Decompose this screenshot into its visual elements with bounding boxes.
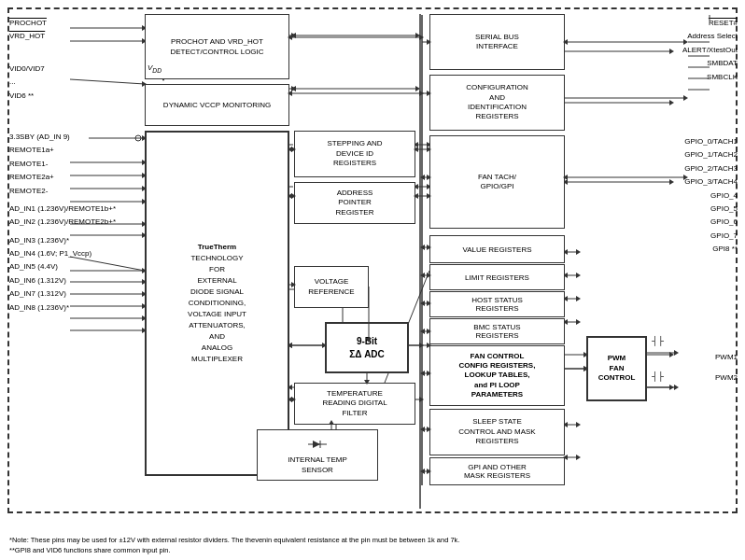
pwm-fan-block: PWMFANCONTROL (586, 336, 647, 401)
right-pins-gpio: GPIO_0/TACH1 GPIO_1/TACH2 GPIO_2/TACH3 G… (684, 135, 738, 257)
temp-filter-label: TEMPERATUREREADING DIGITALFILTER (322, 389, 387, 418)
adc-block: 9-BitΣΔ ADC (325, 322, 409, 373)
fan-control-block: FAN CONTROLCONFIG REGISTERS,LOOKUP TABLE… (429, 345, 565, 406)
pin-adin4: AD_IN4 (1.6V; P1_Vccp) (9, 247, 116, 260)
pin-remote1m: REMOTE1- (9, 158, 116, 171)
pin-adin2: AD_IN2 (1.236V)/REMOTE2b+* (9, 216, 116, 229)
fan-control-label: FAN CONTROLCONFIG REGISTERS,LOOKUP TABLE… (459, 352, 536, 400)
fan-tach-label: FAN TACH/GPIO/GPI (478, 173, 516, 192)
truetherm-label: TrueTherm TECHNOLOGYFOREXTERNALDIODE SIG… (188, 242, 246, 365)
pin-vid0: VID0/VID7 (9, 63, 116, 76)
pin-gpio7: GPIO_7 (684, 230, 738, 243)
stepping-device-label: STEPPING ANDDEVICE IDREGISTERS (327, 139, 382, 168)
adc-label: 9-BitΣΔ ADC (349, 335, 385, 361)
pin-gpio6: GPIO_6 (684, 216, 738, 229)
pin-remote1a: REMOTE1a+ (9, 144, 116, 157)
value-registers-label: VALUE REGISTERS (462, 245, 531, 254)
pin-spacer1 (9, 44, 116, 63)
sleep-state-block: SLEEP STATECONTROL AND MASKREGISTERS (429, 409, 565, 455)
pin-33sby: 3.3SBY (AD_IN 9) (9, 131, 116, 144)
left-pins: PROCHOT VRD_HOT VID0/VID7 ... VID6 ** 3.… (9, 17, 116, 315)
config-id-block: CONFIGURATIONANDIDENTIFICATIONREGISTERS (429, 75, 565, 131)
footnote-2: **GPI8 and VID6 functions share common i… (9, 546, 736, 556)
pin-adin3: AD_IN3 (1.236V)* (9, 234, 116, 247)
main-truetherm-block: TrueTherm TECHNOLOGYFOREXTERNALDIODE SIG… (145, 131, 289, 476)
pin-adin5: AD_IN5 (4.4V) (9, 260, 116, 273)
pin-remote2a: REMOTE2a+ (9, 171, 116, 184)
fan-tach-block: FAN TACH/GPIO/GPI (429, 135, 565, 229)
config-id-label: CONFIGURATIONANDIDENTIFICATIONREGISTERS (466, 83, 528, 122)
bmc-status-block: BMC STATUSREGISTERS (429, 318, 565, 344)
pin-pwm2: PWM2 (715, 368, 738, 388)
prochot-vrd-label: PROCHOT AND VRD_HOT DETECT/CONTROL LOGIC (146, 36, 288, 57)
host-status-label: HOST STATUSREGISTERS (471, 296, 523, 313)
pin-vid6: VID6 ** (9, 90, 116, 103)
dynamic-vccp-label: DYNAMIC VCCP MONITORING (163, 100, 271, 110)
address-pointer-label: ADDRESSPOINTERREGISTER (336, 189, 374, 217)
pin-smbdat: SMBDAT (682, 57, 738, 70)
internal-temp-block: INTERNAL TEMPSENSOR (257, 429, 378, 481)
pin-adin8: AD_IN8 (1.236V)* (9, 301, 116, 315)
stepping-device-block: STEPPING ANDDEVICE IDREGISTERS (294, 131, 415, 177)
serial-bus-label: SERIAL BUSINTERFACE (475, 33, 519, 52)
pin-remote2m: REMOTE2- (9, 185, 116, 198)
pin-spacer2 (9, 103, 116, 131)
right-pins-pwm: PWM1 PWM2 (715, 347, 738, 389)
pin-gpio4: GPIO_4 (684, 189, 738, 203)
serial-bus-block: SERIAL BUSINTERFACE (429, 14, 565, 70)
vdd-label: VDD (148, 63, 162, 74)
pin-gpio2: GPIO_2/TACH3 (684, 162, 738, 175)
pin-gpio1: GPIO_1/TACH2 (684, 148, 738, 161)
svg-marker-111 (313, 441, 320, 448)
prochot-vrd-block: PROCHOT AND VRD_HOT DETECT/CONTROL LOGIC (145, 14, 289, 79)
voltage-ref-block: VOLTAGEREFERENCE (294, 266, 369, 308)
pin-dots: ... (9, 76, 116, 89)
pin-gpi8: GPI8 ** (684, 243, 738, 256)
pin-adin1: AD_IN1 (1.236V)/REMOTE1b+* (9, 203, 116, 216)
gpi-mask-block: GPI AND OTHERMASK REGISTERS (429, 457, 565, 485)
pin-gpio0: GPIO_0/TACH1 (684, 135, 738, 148)
pin-vrd-hot: VRD_HOT (9, 30, 116, 43)
pin-reset: RESET# (682, 17, 738, 30)
right-pins-top: RESET# Address Select ALERT/XtestOut SMB… (682, 17, 738, 84)
sleep-state-label: SLEEP STATECONTROL AND MASKREGISTERS (458, 417, 535, 446)
limit-registers-block: LIMIT REGISTERS (429, 264, 565, 290)
pwm-fan-label: PWMFANCONTROL (598, 354, 636, 383)
footnotes: *Note: These pins may be used for ±12V w… (9, 536, 736, 555)
voltage-ref-label: VOLTAGEREFERENCE (308, 277, 354, 297)
pin-addr-select: Address Select (682, 30, 738, 43)
limit-registers-label: LIMIT REGISTERS (465, 273, 529, 282)
pin-prochot: PROCHOT (9, 17, 116, 30)
gpi-mask-label: GPI AND OTHERMASK REGISTERS (464, 463, 530, 480)
pwm2-symbol: ┤├ (652, 371, 664, 381)
value-registers-block: VALUE REGISTERS (429, 235, 565, 263)
pin-gpio3: GPIO_3/TACH4 (684, 175, 738, 189)
pin-gpio5: GPIO_5 (684, 203, 738, 216)
pin-adin7: AD_IN7 (1.312V) (9, 287, 116, 301)
pin-alert: ALERT/XtestOut (682, 44, 738, 57)
address-pointer-block: ADDRESSPOINTERREGISTER (294, 182, 415, 224)
host-status-block: HOST STATUSREGISTERS (429, 291, 565, 317)
dynamic-vccp-block: DYNAMIC VCCP MONITORING (145, 84, 289, 126)
diagram-container: PROCHOT VRD_HOT VID0/VID7 ... VID6 ** 3.… (0, 0, 745, 560)
pin-pwm1: PWM1 (715, 347, 738, 368)
temp-filter-block: TEMPERATUREREADING DIGITALFILTER (294, 383, 415, 425)
pwm1-symbol: ┤├ (652, 336, 664, 345)
pin-smbclk: SMBCLK (682, 71, 738, 84)
pin-adin6: AD_IN6 (1.312V) (9, 274, 116, 287)
footnote-1: *Note: These pins may be used for ±12V w… (9, 536, 736, 546)
internal-temp-label: INTERNAL TEMPSENSOR (288, 435, 347, 475)
bmc-status-label: BMC STATUSREGISTERS (473, 323, 520, 340)
